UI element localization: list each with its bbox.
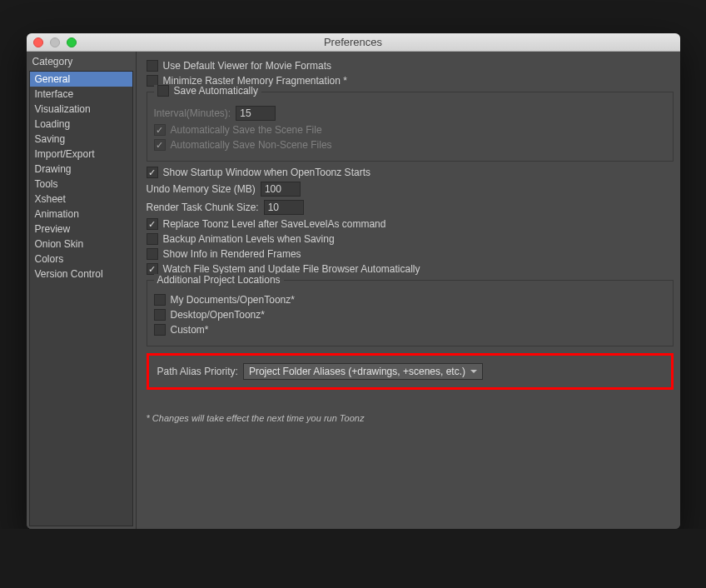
footnote: * Changes will take effect the next time… xyxy=(147,413,674,423)
watch-fs-checkbox[interactable] xyxy=(147,263,158,275)
additional-locations-title: Additional Project Locations xyxy=(154,274,284,286)
replace-toonz-checkbox[interactable] xyxy=(147,218,158,230)
loc-desktop-label: Desktop/OpenToonz* xyxy=(171,309,265,321)
save-automatically-title: Save Automatically xyxy=(154,85,261,97)
show-startup-checkbox[interactable] xyxy=(147,167,158,178)
sidebar-label: Category xyxy=(29,54,133,71)
path-alias-label: Path Alias Priority: xyxy=(157,366,238,377)
render-chunk-input[interactable] xyxy=(264,200,304,215)
loc-mydocs-checkbox[interactable] xyxy=(154,294,166,306)
watch-fs-row: Watch File System and Update File Browse… xyxy=(147,263,674,275)
show-info-checkbox[interactable] xyxy=(147,248,158,260)
auto-save-nonscene-checkbox[interactable] xyxy=(154,139,166,151)
preferences-window: Preferences Category General Interface V… xyxy=(27,33,680,529)
save-interval-label: Interval(Minutes): xyxy=(154,107,231,119)
backup-anim-label: Backup Animation Levels when Saving xyxy=(163,233,335,245)
save-automatically-label: Save Automatically xyxy=(174,85,258,97)
path-alias-dropdown[interactable]: Project Folder Aliases (+drawings, +scen… xyxy=(243,363,483,380)
undo-memory-input[interactable] xyxy=(261,182,301,197)
category-list[interactable]: General Interface Visualization Loading … xyxy=(29,71,133,526)
category-item-onion-skin[interactable]: Onion Skin xyxy=(30,237,132,252)
category-item-import-export[interactable]: Import/Export xyxy=(30,147,132,162)
save-interval-row: Interval(Minutes): xyxy=(154,106,666,121)
loc-custom-checkbox[interactable] xyxy=(154,324,166,336)
replace-toonz-label: Replace Toonz Level after SaveLevelAs co… xyxy=(163,218,386,230)
content-panel: Use Default Viewer for Movie Formats Min… xyxy=(137,52,680,529)
auto-save-nonscene-label: Automatically Save Non-Scene Files xyxy=(171,139,332,151)
path-alias-highlight: Path Alias Priority: Project Folder Alia… xyxy=(147,353,674,390)
additional-locations-group: Additional Project Locations My Document… xyxy=(147,280,674,346)
show-info-label: Show Info in Rendered Frames xyxy=(163,248,301,260)
auto-save-scene-checkbox[interactable] xyxy=(154,124,166,136)
loc-desktop-checkbox[interactable] xyxy=(154,309,166,321)
category-item-visualization[interactable]: Visualization xyxy=(30,102,132,117)
loc-desktop-row: Desktop/OpenToonz* xyxy=(154,309,666,321)
window-body: Category General Interface Visualization… xyxy=(27,52,680,529)
category-item-animation[interactable]: Animation xyxy=(30,207,132,222)
category-item-loading[interactable]: Loading xyxy=(30,117,132,132)
category-item-general[interactable]: General xyxy=(30,72,132,87)
save-automatically-checkbox[interactable] xyxy=(157,85,169,97)
loc-custom-label: Custom* xyxy=(171,324,209,336)
watch-fs-label: Watch File System and Update File Browse… xyxy=(163,263,420,275)
auto-save-nonscene-row: Automatically Save Non-Scene Files xyxy=(154,139,666,151)
category-item-xsheet[interactable]: Xsheet xyxy=(30,192,132,207)
use-default-viewer-row: Use Default Viewer for Movie Formats xyxy=(147,60,674,72)
category-item-preview[interactable]: Preview xyxy=(30,222,132,237)
save-automatically-group: Save Automatically Interval(Minutes): Au… xyxy=(147,92,674,162)
backup-anim-checkbox[interactable] xyxy=(147,233,158,245)
show-startup-row: Show Startup Window when OpenToonz Start… xyxy=(147,167,674,178)
loc-mydocs-row: My Documents/OpenToonz* xyxy=(154,294,666,306)
undo-memory-label: Undo Memory Size (MB) xyxy=(147,183,256,195)
render-chunk-row: Render Task Chunk Size: xyxy=(147,200,674,215)
category-item-drawing[interactable]: Drawing xyxy=(30,162,132,177)
loc-mydocs-label: My Documents/OpenToonz* xyxy=(171,294,295,306)
undo-memory-row: Undo Memory Size (MB) xyxy=(147,182,674,197)
category-item-colors[interactable]: Colors xyxy=(30,252,132,267)
render-chunk-label: Render Task Chunk Size: xyxy=(147,202,259,213)
window-title: Preferences xyxy=(27,36,680,48)
save-interval-input[interactable] xyxy=(236,106,276,121)
replace-toonz-row: Replace Toonz Level after SaveLevelAs co… xyxy=(147,218,674,230)
category-item-version-control[interactable]: Version Control xyxy=(30,267,132,282)
auto-save-scene-row: Automatically Save the Scene File xyxy=(154,124,666,136)
category-item-tools[interactable]: Tools xyxy=(30,177,132,192)
use-default-viewer-checkbox[interactable] xyxy=(147,60,158,72)
use-default-viewer-label: Use Default Viewer for Movie Formats xyxy=(163,60,332,72)
titlebar: Preferences xyxy=(27,33,680,52)
loc-custom-row: Custom* xyxy=(154,324,666,336)
show-info-row: Show Info in Rendered Frames xyxy=(147,248,674,260)
category-item-interface[interactable]: Interface xyxy=(30,87,132,102)
category-item-saving[interactable]: Saving xyxy=(30,132,132,147)
auto-save-scene-label: Automatically Save the Scene File xyxy=(171,124,322,136)
backup-anim-row: Backup Animation Levels when Saving xyxy=(147,233,674,245)
show-startup-label: Show Startup Window when OpenToonz Start… xyxy=(163,167,370,178)
additional-locations-label: Additional Project Locations xyxy=(157,274,281,286)
sidebar: Category General Interface Visualization… xyxy=(27,52,137,529)
path-alias-value: Project Folder Aliases (+drawings, +scen… xyxy=(249,366,465,377)
